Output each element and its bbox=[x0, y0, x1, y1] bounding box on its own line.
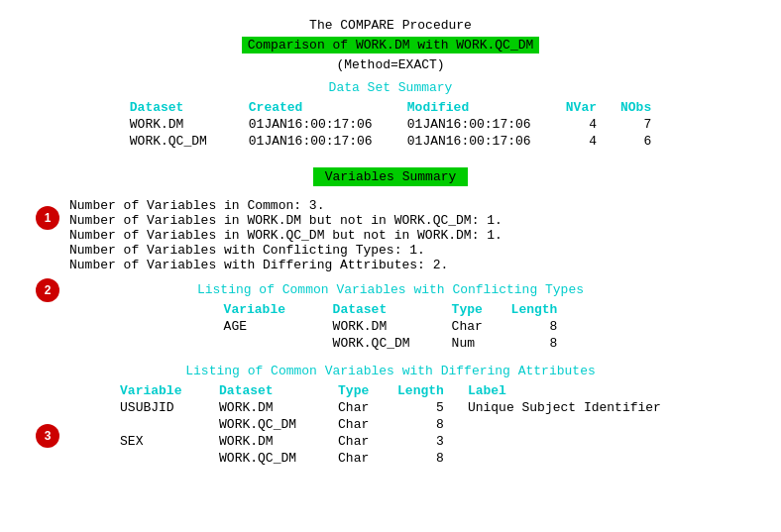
cell-length: 5 bbox=[386, 399, 456, 416]
data-set-summary-title: Data Set Summary bbox=[20, 80, 761, 95]
cell-created: 01JAN16:00:17:06 bbox=[237, 133, 395, 150]
cell-label bbox=[456, 416, 673, 433]
col-created: Created bbox=[237, 99, 395, 116]
table-row: WORK.DM 01JAN16:00:17:06 01JAN16:00:17:0… bbox=[118, 116, 663, 133]
title-line1: The COMPARE Procedure bbox=[20, 18, 761, 33]
col-nvar: NVar bbox=[554, 99, 609, 116]
conflicting-types-header-wrap: Listing of Common Variables with Conflic… bbox=[20, 282, 761, 297]
annotation-1-circle: 1 bbox=[36, 206, 59, 230]
da-col-type: Type bbox=[326, 382, 386, 399]
table-row: AGE WORK.DM Char 8 bbox=[212, 318, 570, 335]
cell-type: Char bbox=[326, 399, 386, 416]
variables-summary-header-wrap: Variables Summary bbox=[20, 160, 761, 192]
cell-type: Char bbox=[440, 318, 500, 335]
cell-nvar: 4 bbox=[554, 116, 609, 133]
differing-attributes-body: 3 Variable Dataset Type Length Label USU… bbox=[20, 382, 761, 467]
differing-attributes-title: Listing of Common Variables with Differi… bbox=[185, 364, 595, 378]
cell-dataset: WORK.QC_DM bbox=[118, 133, 237, 150]
cell-dataset: WORK.QC_DM bbox=[207, 450, 326, 467]
cell-variable: USUBJID bbox=[108, 399, 207, 416]
title-text-1: The COMPARE Procedure bbox=[309, 18, 472, 33]
table-row: WORK.QC_DM 01JAN16:00:17:06 01JAN16:00:1… bbox=[118, 133, 663, 150]
cell-dataset: WORK.QC_DM bbox=[321, 335, 440, 352]
cell-variable: AGE bbox=[212, 318, 321, 335]
variables-summary-line: Number of Variables in WORK.QC_DM but no… bbox=[69, 228, 761, 243]
cell-dataset: WORK.QC_DM bbox=[207, 416, 326, 433]
title-line3: (Method=EXACT) bbox=[20, 57, 761, 72]
conflicting-types-section: Listing of Common Variables with Conflic… bbox=[20, 282, 761, 352]
cell-variable: SEX bbox=[108, 433, 207, 450]
cell-nobs: 6 bbox=[609, 133, 663, 150]
cell-variable bbox=[108, 450, 207, 467]
cell-length: 8 bbox=[386, 416, 456, 433]
cell-variable bbox=[212, 335, 321, 352]
title-text-3: (Method=EXACT) bbox=[336, 57, 444, 72]
da-col-length: Length bbox=[386, 382, 456, 399]
cell-type: Num bbox=[440, 335, 500, 352]
cell-dataset: WORK.DM bbox=[207, 399, 326, 416]
ct-col-dataset: Dataset bbox=[321, 301, 440, 318]
differing-attributes-header-wrap: Listing of Common Variables with Differi… bbox=[20, 364, 761, 378]
variables-summary-line: Number of Variables with Conflicting Typ… bbox=[69, 243, 761, 258]
conflicting-types-table: Variable Dataset Type Length AGE WORK.DM… bbox=[212, 301, 570, 352]
variables-summary-line: Number of Variables with Differing Attri… bbox=[69, 258, 761, 272]
data-set-table-wrapper: Dataset Created Modified NVar NObs WORK.… bbox=[20, 99, 761, 150]
table-row: WORK.QC_DM Char 8 bbox=[108, 450, 673, 467]
table-row: USUBJID WORK.DM Char 5 Unique Subject Id… bbox=[108, 399, 673, 416]
cell-type: Char bbox=[326, 416, 386, 433]
cell-length: 8 bbox=[386, 450, 456, 467]
ct-col-type: Type bbox=[440, 301, 500, 318]
page-content: The COMPARE Procedure Comparison of WORK… bbox=[0, 10, 781, 482]
cell-length: 8 bbox=[500, 318, 570, 335]
cell-modified: 01JAN16:00:17:06 bbox=[395, 116, 554, 133]
col-dataset: Dataset bbox=[118, 99, 237, 116]
col-modified: Modified bbox=[395, 99, 554, 116]
variables-summary-line: Number of Variables in Common: 3. bbox=[69, 198, 761, 213]
variables-summary-section: 1 Number of Variables in Common: 3.Numbe… bbox=[20, 198, 761, 272]
cell-type: Char bbox=[326, 450, 386, 467]
data-set-table: Dataset Created Modified NVar NObs WORK.… bbox=[118, 99, 663, 150]
conflicting-types-title: Listing of Common Variables with Conflic… bbox=[197, 282, 584, 297]
table-row: WORK.QC_DM Char 8 bbox=[108, 416, 673, 433]
da-col-variable: Variable bbox=[108, 382, 207, 399]
annotation-2-circle: 2 bbox=[36, 278, 59, 302]
cell-label: Unique Subject Identifier bbox=[456, 399, 673, 416]
variables-summary-header: Variables Summary bbox=[313, 167, 469, 186]
title-line2: Comparison of WORK.DM with WORK.QC_DM bbox=[20, 37, 761, 53]
differing-attributes-table-wrap: Variable Dataset Type Length Label USUBJ… bbox=[20, 382, 761, 467]
da-col-dataset: Dataset bbox=[207, 382, 326, 399]
cell-dataset: WORK.DM bbox=[321, 318, 440, 335]
cell-dataset: WORK.DM bbox=[207, 433, 326, 450]
cell-variable bbox=[108, 416, 207, 433]
differing-attributes-table: Variable Dataset Type Length Label USUBJ… bbox=[108, 382, 673, 467]
variables-summary-line: Number of Variables in WORK.DM but not i… bbox=[69, 213, 761, 228]
cell-modified: 01JAN16:00:17:06 bbox=[395, 133, 554, 150]
table-row: SEX WORK.DM Char 3 bbox=[108, 433, 673, 450]
conflicting-types-table-wrap: Variable Dataset Type Length AGE WORK.DM… bbox=[20, 301, 761, 352]
variables-summary-lines: Number of Variables in Common: 3.Number … bbox=[69, 198, 761, 272]
ct-col-variable: Variable bbox=[212, 301, 321, 318]
title-highlight: Comparison of WORK.DM with WORK.QC_DM bbox=[242, 37, 540, 53]
cell-type: Char bbox=[326, 433, 386, 450]
cell-length: 8 bbox=[500, 335, 570, 352]
table-row: WORK.QC_DM Num 8 bbox=[212, 335, 570, 352]
annotation-3-circle: 3 bbox=[36, 424, 59, 448]
differing-attributes-section: Listing of Common Variables with Differi… bbox=[20, 364, 761, 467]
cell-nvar: 4 bbox=[554, 133, 609, 150]
col-nobs: NObs bbox=[609, 99, 663, 116]
cell-length: 3 bbox=[386, 433, 456, 450]
da-col-label: Label bbox=[456, 382, 673, 399]
cell-label bbox=[456, 433, 673, 450]
cell-created: 01JAN16:00:17:06 bbox=[237, 116, 395, 133]
cell-dataset: WORK.DM bbox=[118, 116, 237, 133]
cell-label bbox=[456, 450, 673, 467]
cell-nobs: 7 bbox=[609, 116, 663, 133]
ct-col-length: Length bbox=[500, 301, 570, 318]
